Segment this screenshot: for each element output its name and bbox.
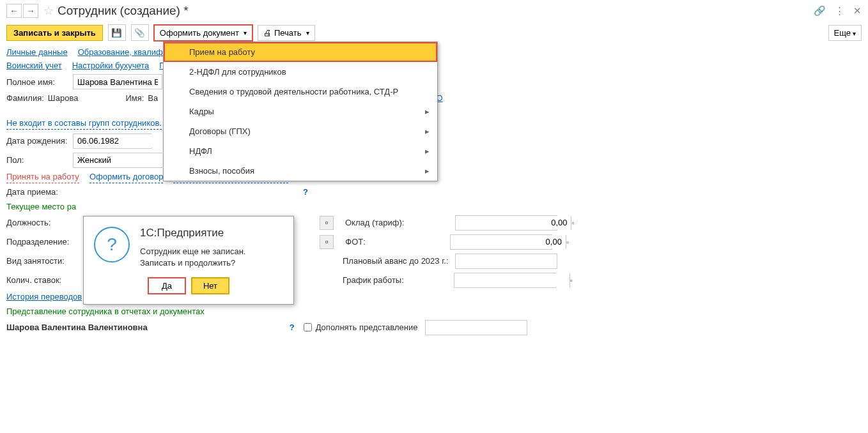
tab-personal[interactable]: Личные данные — [6, 47, 68, 57]
supplement-checkbox[interactable] — [304, 323, 312, 331]
birthdate-label: Дата рождения: — [6, 136, 69, 146]
save-close-button[interactable]: Записать и закрыть — [6, 25, 103, 41]
dropdown-item-std[interactable]: Сведения о трудовой деятельности работни… — [164, 82, 437, 102]
dialog-yes-button[interactable]: Да — [148, 278, 185, 294]
supplement-label: Дополнять представление — [316, 323, 418, 332]
hire-date-help-icon[interactable]: ? — [303, 187, 308, 197]
surname-label: Фамилия: — [6, 93, 44, 103]
dropdown-item-ndfl[interactable]: НДФЛ — [164, 141, 437, 161]
department-label: Подразделение: — [6, 237, 69, 247]
department-open-icon[interactable]: ▫ — [320, 235, 334, 249]
rates-label: Колич. ставок: — [6, 275, 69, 285]
dropdown-item-hire[interactable]: Прием на работу — [164, 42, 437, 62]
fot-label: ФОТ: — [345, 237, 366, 247]
schedule-label: График работы: — [343, 275, 404, 285]
menu-dots-icon[interactable]: ⋮ — [835, 5, 844, 17]
contract-link[interactable]: Оформить договор — [89, 172, 164, 183]
supplement-input[interactable] — [425, 320, 527, 335]
nav-back-button[interactable]: ← — [6, 4, 22, 18]
salary-input[interactable] — [456, 216, 571, 229]
name-label: Имя: — [125, 93, 144, 103]
document-dropdown-menu: Прием на работу 2-НДФЛ для сотрудников С… — [163, 42, 438, 181]
fot-open-icon[interactable]: ▫ — [566, 235, 569, 249]
tab-education[interactable]: Образование, квалифи — [78, 47, 167, 57]
dropdown-item-gpx[interactable]: Договоры (ГПХ) — [164, 121, 437, 141]
surname-value: Шарова — [48, 93, 79, 103]
representation-title: Представление сотрудника в отчетах и док… — [6, 307, 862, 316]
salary-label: Оклад (тариф): — [345, 218, 404, 227]
history-link[interactable]: История переводов — [6, 292, 82, 301]
dropdown-item-ndfl2[interactable]: 2-НДФЛ для сотрудников — [164, 62, 437, 82]
confirm-dialog: ? 1С:Предприятие Сотрудник еще не записа… — [83, 216, 294, 305]
link-icon[interactable]: 🔗 — [814, 5, 826, 17]
fullname-label: Полное имя: — [6, 77, 69, 87]
dialog-text1: Сотрудник еще не записан. — [140, 246, 245, 257]
attach-button[interactable]: 📎 — [131, 24, 149, 41]
current-place-title: Текущее место ра — [6, 202, 862, 211]
representation-help-icon[interactable]: ? — [290, 323, 295, 332]
print-dropdown-button[interactable]: 🖨 Печать — [258, 25, 315, 41]
groups-link[interactable]: Не входит в составы групп сотрудников. — [6, 118, 162, 130]
more-button[interactable]: Еще — [828, 25, 862, 41]
save-button[interactable]: 💾 — [108, 24, 126, 41]
dropdown-item-vznosy[interactable]: Взносы, пособия — [164, 161, 437, 181]
favorite-icon[interactable]: ☆ — [43, 4, 54, 18]
schedule-open-icon[interactable]: ▫ — [570, 273, 573, 287]
tab-military[interactable]: Воинский учет — [6, 61, 62, 70]
hire-date-label: Дата приема: — [6, 187, 69, 197]
position-label: Должность: — [6, 218, 69, 227]
hire-link[interactable]: Принять на работу — [6, 172, 79, 183]
dialog-text2: Записать и продолжить? — [140, 257, 245, 269]
fullname-input[interactable] — [73, 74, 162, 89]
window-header: ← → ☆ Сотрудник (создание) * 🔗 ⋮ ✕ — [0, 0, 868, 22]
tab-accounting[interactable]: Настройки бухучета — [72, 61, 150, 70]
page-title: Сотрудник (создание) * — [58, 4, 189, 18]
dropdown-item-kadry[interactable]: Кадры — [164, 102, 437, 121]
employee-name: Шарова Валентина Валентиновна — [6, 323, 148, 332]
schedule-input[interactable] — [454, 273, 570, 287]
position-open-icon[interactable]: ▫ — [320, 216, 334, 230]
document-dropdown-button[interactable]: Оформить документ — [154, 25, 252, 41]
toolbar: Записать и закрыть 💾 📎 Оформить документ… — [0, 22, 868, 43]
employment-label: Вид занятости: — [6, 256, 69, 266]
fot-input[interactable] — [451, 235, 566, 248]
dialog-title: 1С:Предприятие — [140, 227, 245, 239]
salary-open-icon[interactable]: ▫ — [571, 216, 574, 230]
gender-label: Пол: — [6, 155, 69, 165]
dialog-no-button[interactable]: Нет — [192, 278, 229, 294]
name-value: Ва — [148, 93, 158, 103]
advance-input[interactable] — [455, 254, 557, 269]
advance-label: Плановый аванс до 2023 г.: — [343, 256, 449, 266]
close-icon[interactable]: ✕ — [853, 5, 862, 17]
question-icon: ? — [94, 227, 130, 262]
nav-forward-button[interactable]: → — [23, 4, 38, 18]
